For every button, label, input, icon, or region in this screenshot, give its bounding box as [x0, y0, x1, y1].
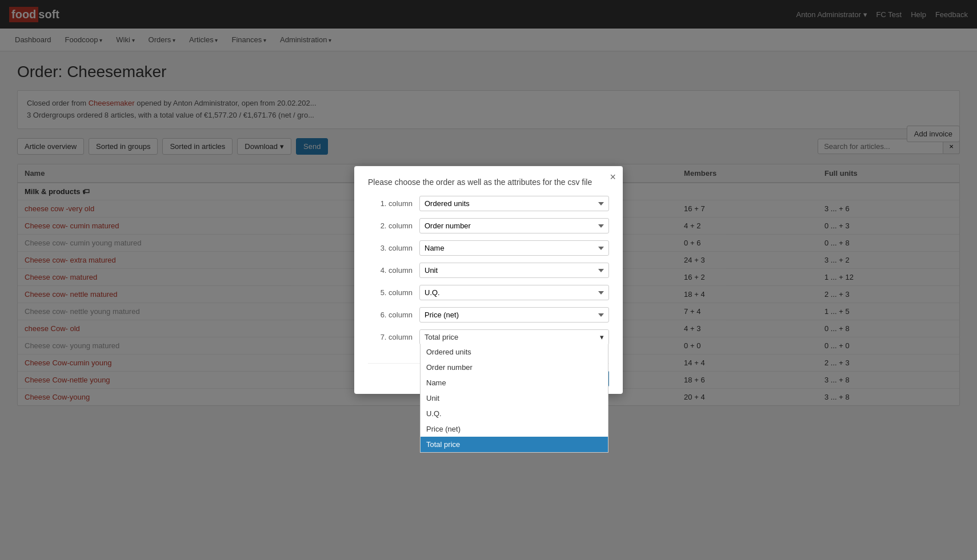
- column-6-label: 6. column: [368, 311, 419, 319]
- column-3-row: 3. column Ordered unitsOrder numberNameU…: [368, 240, 609, 256]
- modal-close-button[interactable]: ×: [610, 172, 616, 182]
- dropdown-item-ordered-units[interactable]: Ordered units: [421, 344, 608, 360]
- csv-modal: × Please choose the order as well as the…: [354, 166, 623, 394]
- dropdown-item-order-number[interactable]: Order number: [421, 360, 608, 375]
- column-6-select[interactable]: Ordered unitsOrder numberNameUnitU.Q.Pri…: [419, 307, 609, 323]
- column-2-row: 2. column Ordered unitsOrder numberNameU…: [368, 218, 609, 233]
- column-2-select[interactable]: Ordered unitsOrder numberNameUnitU.Q.Pri…: [419, 218, 609, 233]
- column-7-label: 7. column: [368, 333, 419, 341]
- column-5-row: 5. column Ordered unitsOrder numberNameU…: [368, 285, 609, 300]
- column-6-row: 6. column Ordered unitsOrder numberNameU…: [368, 307, 609, 323]
- column-5-select[interactable]: Ordered unitsOrder numberNameUnitU.Q.Pri…: [419, 285, 609, 300]
- dropdown-item-uq[interactable]: U.Q.: [421, 406, 608, 417]
- column-3-select[interactable]: Ordered unitsOrder numberNameUnitU.Q.Pri…: [419, 240, 609, 256]
- column-2-label: 2. column: [368, 221, 419, 230]
- column-3-label: 3. column: [368, 244, 419, 252]
- chevron-down-icon: ▾: [600, 333, 604, 341]
- column-7-value: Total price: [425, 333, 458, 341]
- column-4-row: 4. column Ordered unitsOrder numberNameU…: [368, 263, 609, 278]
- column-7-selected[interactable]: Total price ▾: [420, 330, 608, 344]
- dropdown-item-name[interactable]: Name: [421, 375, 608, 390]
- column-7-row: 7. column Total price ▾ Ordered units Or…: [368, 329, 609, 345]
- column-1-row: 1. column Ordered unitsOrder numberNameU…: [368, 196, 609, 211]
- column-4-label: 4. column: [368, 266, 419, 275]
- column-1-label: 1. column: [368, 199, 419, 208]
- modal-overlay[interactable]: × Please choose the order as well as the…: [0, 0, 977, 417]
- column-1-select[interactable]: Ordered unitsOrder numberNameUnitU.Q.Pri…: [419, 196, 609, 211]
- modal-body: 1. column Ordered unitsOrder numberNameU…: [368, 196, 609, 361]
- modal-title: Please choose the order as well as the a…: [368, 178, 609, 187]
- column-7-dropdown[interactable]: Total price ▾ Ordered units Order number…: [419, 329, 609, 345]
- column-5-label: 5. column: [368, 288, 419, 297]
- column-7-dropdown-list: Ordered units Order number Name Unit U.Q…: [420, 344, 608, 417]
- dropdown-item-unit[interactable]: Unit: [421, 390, 608, 406]
- column-4-select[interactable]: Ordered unitsOrder numberNameUnitU.Q.Pri…: [419, 263, 609, 278]
